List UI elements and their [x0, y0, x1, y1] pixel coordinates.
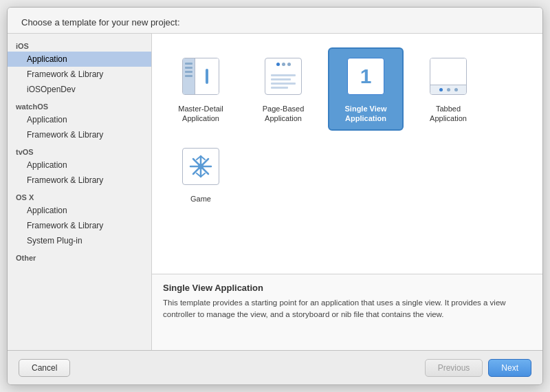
template-item-tabbed[interactable]: Tabbed Application: [410, 47, 486, 131]
sidebar-item-ios-app[interactable]: Application: [8, 52, 151, 67]
main-content: Master-Detail Application Page-Based App…: [152, 34, 542, 350]
sidebar-group-tvos: tvOS: [8, 142, 151, 157]
description-panel: Single View Application This template pr…: [152, 274, 542, 350]
templates-grid: Master-Detail Application Page-Based App…: [152, 34, 542, 274]
sidebar-group-other: Other: [8, 248, 151, 263]
sidebar-item-osx-framework[interactable]: Framework & Library: [8, 218, 151, 233]
sidebar-item-watch-app[interactable]: Application: [8, 112, 151, 127]
tabbed-icon: [426, 54, 470, 98]
page-based-icon: [261, 54, 305, 98]
previous-button: Previous: [425, 359, 483, 377]
sidebar-group-watchos: watchOS: [8, 97, 151, 112]
sidebar-item-ios-framework[interactable]: Framework & Library: [8, 67, 151, 82]
footer-left: Cancel: [19, 359, 70, 377]
template-label-tabbed: Tabbed Application: [430, 104, 467, 124]
sidebar-item-ios-opendev[interactable]: iOSOpenDev: [8, 82, 151, 97]
sidebar-group-ios: iOS: [8, 36, 151, 52]
next-button[interactable]: Next: [488, 359, 531, 377]
description-title: Single View Application: [163, 283, 531, 293]
template-item-game[interactable]: Game: [163, 138, 239, 210]
dialog-header: Choose a template for your new project:: [8, 8, 542, 34]
template-item-page-based[interactable]: Page-Based Application: [245, 47, 321, 131]
dialog-body: iOSApplicationFramework & LibraryiOSOpen…: [8, 34, 542, 350]
game-icon: [179, 144, 223, 188]
template-label-master-detail: Master-Detail Application: [178, 104, 223, 124]
template-label-page-based: Page-Based Application: [263, 104, 305, 124]
description-text: This template provides a starting point …: [163, 297, 531, 321]
sidebar-item-watch-framework[interactable]: Framework & Library: [8, 127, 151, 142]
template-chooser-dialog: Choose a template for your new project: …: [7, 7, 543, 385]
template-item-single-view[interactable]: 1 Single View Application: [328, 47, 404, 131]
footer-right: Previous Next: [425, 359, 531, 377]
sidebar-item-tv-framework[interactable]: Framework & Library: [8, 173, 151, 188]
sidebar: iOSApplicationFramework & LibraryiOSOpen…: [8, 34, 152, 350]
template-label-single-view: Single View Application: [345, 104, 387, 124]
header-label: Choose a template for your new project:: [21, 17, 180, 28]
dialog-footer: Cancel Previous Next: [8, 350, 542, 384]
sidebar-item-osx-plugin[interactable]: System Plug-in: [8, 233, 151, 248]
cancel-button[interactable]: Cancel: [19, 359, 70, 377]
master-detail-icon: [179, 54, 223, 98]
template-label-game: Game: [190, 194, 211, 204]
sidebar-item-osx-app[interactable]: Application: [8, 203, 151, 218]
sidebar-group-os-x: OS X: [8, 188, 151, 203]
sidebar-item-tv-app[interactable]: Application: [8, 157, 151, 173]
single-view-icon: 1: [344, 54, 388, 98]
svg-point-8: [198, 164, 204, 169]
template-item-master-detail[interactable]: Master-Detail Application: [163, 47, 239, 131]
